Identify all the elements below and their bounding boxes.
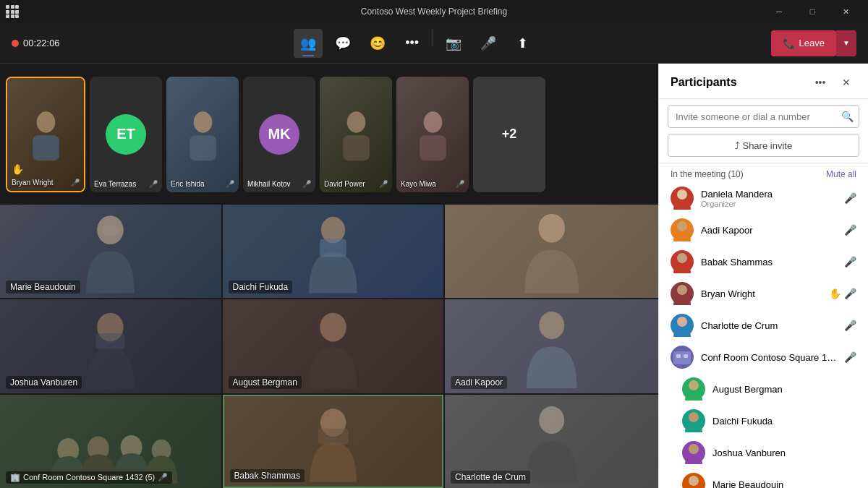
strip-name-eric: Eric Ishida — [171, 180, 205, 188]
mic-indicator-david: 🎤 — [379, 180, 388, 188]
maximize-button[interactable]: □ — [796, 0, 829, 23]
svg-rect-22 — [318, 429, 348, 445]
minimize-button[interactable]: ─ — [762, 0, 796, 23]
mic-button[interactable]: 🎤 — [474, 29, 503, 58]
close-button[interactable]: ✕ — [829, 0, 862, 23]
svg-point-2 — [193, 111, 212, 132]
svg-point-34 — [689, 444, 699, 454]
video-cell-aadi[interactable]: Aadi Kapoor — [445, 299, 658, 393]
phone-icon: 📞 — [783, 38, 795, 49]
call-toolbar: 00:22:06 👥 💬 😊 ••• 📷 🎤 ⬆ 📞 Leave — [0, 23, 868, 64]
participant-icons-daniela: 🎤 — [844, 192, 856, 204]
recording-indicator: 00:22:06 — [12, 38, 60, 48]
cell-name-august: August Bergman — [229, 376, 302, 389]
avatar-mikhail: MK — [259, 114, 299, 155]
svg-rect-7 — [420, 135, 446, 160]
cell-name-conf: 🏢 Conf Room Contoso Square 1432 (5) 🎤 — [6, 471, 172, 484]
participants-panel: Participants ••• ✕ 🔍 ⤴ Share invite In t… — [658, 64, 868, 488]
strip-thumb-eric[interactable]: Eric Ishida 🎤 — [166, 77, 239, 192]
list-item-august[interactable]: August Bergman — [659, 373, 868, 405]
search-input[interactable] — [668, 105, 859, 128]
svg-point-33 — [689, 412, 699, 422]
participant-info-charlotte: Charlotte de Crum — [701, 320, 837, 331]
participant-icons-conf: 🎤 — [844, 351, 856, 363]
svg-point-28 — [677, 317, 687, 327]
more-participants-badge[interactable]: +2 — [473, 77, 545, 192]
avatar-daniela — [671, 187, 694, 210]
mute-all-button[interactable]: Mute all — [826, 169, 856, 179]
participant-role-daniela: Organizer — [701, 200, 837, 208]
video-cell-babak[interactable]: Babak Shammas — [223, 395, 444, 488]
video-cell-august[interactable]: August Bergman — [223, 299, 444, 393]
list-item-joshua[interactable]: Joshua Vanburen — [659, 437, 868, 468]
share-invite-button[interactable]: ⤴ Share invite — [668, 134, 859, 157]
participant-info-conf: Conf Room Contoso Square 14... — [701, 352, 837, 363]
strip-thumb-mikhail[interactable]: MK Mikhail Kotov 🎤 — [243, 77, 315, 192]
mic-indicator-eva: 🎤 — [149, 180, 158, 188]
panel-header-icons: ••• ✕ — [810, 72, 856, 93]
svg-rect-11 — [320, 239, 346, 257]
conf-room-label: Conf Room Contoso Square 1432 (5) — [23, 473, 155, 481]
svg-point-23 — [539, 406, 564, 434]
panel-close-button[interactable]: ✕ — [836, 72, 856, 93]
participant-name-aadi: Aadi Kapoor — [701, 225, 837, 236]
cell-name-aadi: Aadi Kapoor — [451, 376, 507, 389]
video-cell-charlotte[interactable]: Charlotte de Crum — [445, 395, 658, 488]
participant-info-aadi: Aadi Kapoor — [701, 225, 837, 236]
share-icon: ⬆ — [517, 35, 528, 51]
avatar-bryan — [671, 282, 694, 305]
svg-rect-29 — [673, 351, 691, 364]
leave-label: Leave — [799, 38, 825, 48]
strip-name-bryan: Bryan Wright — [12, 179, 54, 187]
panel-more-button[interactable]: ••• — [810, 72, 830, 93]
leave-dropdown-button[interactable]: ▼ — [836, 30, 856, 56]
mic-indicator-bryan: 🎤 — [71, 179, 80, 187]
hand-icon-bryan: ✋ — [829, 288, 841, 299]
svg-point-4 — [346, 111, 365, 132]
strip-thumb-eva[interactable]: ET Eva Terrazas 🎤 — [90, 77, 162, 192]
window-controls: ─ □ ✕ — [762, 0, 862, 23]
list-item-conf[interactable]: Conf Room Contoso Square 14... 🎤 — [659, 341, 868, 373]
svg-point-32 — [689, 380, 699, 390]
mic-indicator-kayo: 🎤 — [456, 180, 464, 188]
video-cell-right-top[interactable] — [445, 205, 658, 298]
list-item-aadi[interactable]: Aadi Kapoor 🎤 — [659, 214, 868, 246]
participant-info-babak: Babak Shammas — [701, 257, 837, 267]
video-cell-joshua[interactable]: Joshua Vanburen — [0, 299, 221, 393]
camera-button[interactable]: 📷 — [439, 29, 468, 58]
participants-list: Daniela Mandera Organizer 🎤 Aadi Kapoor … — [659, 182, 868, 488]
leave-button[interactable]: 📞 Leave — [771, 30, 836, 56]
participants-button[interactable]: 👥 — [294, 29, 323, 58]
strip-thumb-david[interactable]: David Power 🎤 — [320, 77, 392, 192]
video-cell-daichi[interactable]: Daichi Fukuda — [223, 205, 444, 298]
mic-icon-babak: 🎤 — [844, 256, 856, 267]
avatar-babak — [671, 250, 694, 273]
participant-name-charlotte: Charlotte de Crum — [701, 320, 837, 331]
strip-thumb-kayo[interactable]: Kayo Miwa 🎤 — [396, 77, 469, 192]
list-item-bryan[interactable]: Bryan Wright ✋ 🎤 — [659, 278, 868, 309]
video-grid: Marie Beaudouin Daichi Fukuda — [0, 205, 658, 488]
svg-point-6 — [423, 111, 442, 132]
list-item-charlotte[interactable]: Charlotte de Crum 🎤 — [659, 309, 868, 341]
windows-icon[interactable] — [6, 5, 19, 18]
video-cell-marie[interactable]: Marie Beaudouin — [0, 205, 221, 298]
strip-thumb-bryan[interactable]: Bryan Wright ✋ 🎤 — [6, 77, 85, 192]
list-item-babak[interactable]: Babak Shammas 🎤 — [659, 246, 868, 278]
video-area: Bryan Wright ✋ 🎤 ET Eva Terrazas 🎤 Eric … — [0, 64, 658, 488]
cell-name-daichi: Daichi Fukuda — [229, 281, 293, 294]
mic-icon-bryan: 🎤 — [844, 288, 856, 299]
chat-button[interactable]: 💬 — [328, 29, 357, 58]
share-button[interactable]: ⬆ — [509, 29, 537, 58]
participant-name-marie: Marie Beaudouin — [712, 479, 849, 489]
video-cell-conf[interactable]: 🏢 Conf Room Contoso Square 1432 (5) 🎤 — [0, 395, 221, 488]
svg-point-0 — [36, 111, 55, 132]
list-item-marie[interactable]: Marie Beaudouin — [659, 468, 868, 488]
cell-name-joshua: Joshua Vanburen — [6, 376, 82, 389]
list-item-daichi[interactable]: Daichi Fukuda — [659, 405, 868, 437]
svg-rect-3 — [190, 135, 216, 160]
more-button[interactable]: ••• — [398, 29, 427, 58]
cell-name-babak: Babak Shammas — [230, 469, 305, 482]
svg-point-27 — [677, 285, 687, 295]
list-item-daniela[interactable]: Daniela Mandera Organizer 🎤 — [659, 182, 868, 214]
reactions-button[interactable]: 😊 — [363, 29, 392, 58]
